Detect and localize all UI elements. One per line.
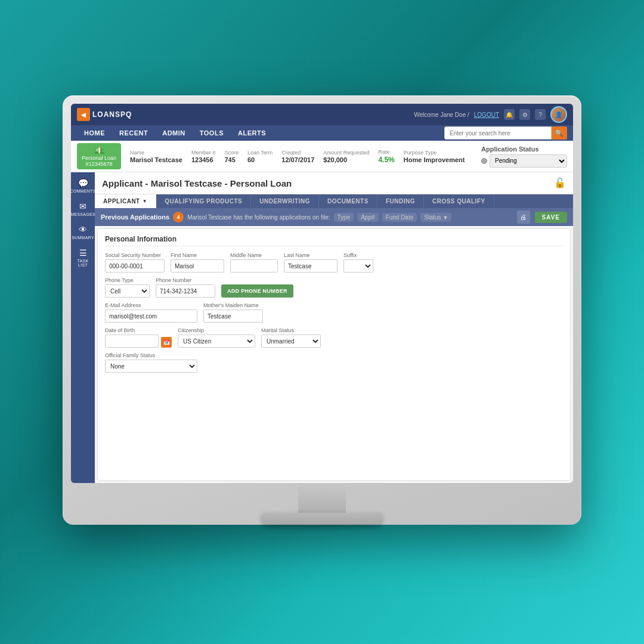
score-value: 745 bbox=[224, 156, 239, 163]
loan-rate-field: Rate 4.5% bbox=[378, 149, 394, 164]
dob-input[interactable] bbox=[105, 335, 159, 348]
firstname-input[interactable] bbox=[171, 259, 224, 273]
form-row-dob: Date of Birth 📅 Citizenship US Citizen bbox=[105, 327, 563, 348]
suffix-group: Suffix Jr Sr III bbox=[343, 252, 373, 273]
email-group: E-Mail Address bbox=[105, 302, 197, 323]
familystatus-select[interactable]: None Single Married Widowed bbox=[105, 360, 197, 373]
lock-icon[interactable]: 🔓 bbox=[554, 177, 566, 189]
form-row-family: Official Family Status None Single Marri… bbox=[105, 352, 563, 373]
sidebar-item-summary[interactable]: 👁 SUMMARY bbox=[72, 221, 94, 243]
avatar: 👤 bbox=[550, 106, 567, 123]
phonenumber-label: Phone Number bbox=[156, 277, 215, 283]
sidebar-item-messages[interactable]: ✉ MESSAGES bbox=[72, 198, 94, 220]
monitor-shell: ◀ LOANSPQ Welcome Jane Doe / LOGOUT 🔔 ⚙ … bbox=[63, 95, 581, 525]
help-icon[interactable]: ? bbox=[535, 109, 546, 120]
score-label: Score bbox=[224, 150, 239, 156]
member-label: Member # bbox=[191, 150, 216, 156]
created-value: 12/07/2017 bbox=[281, 156, 314, 163]
tab-crossqualify[interactable]: CROSS QUALIFY bbox=[424, 194, 494, 208]
app-container: ◀ LOANSPQ Welcome Jane Doe / LOGOUT 🔔 ⚙ … bbox=[71, 104, 573, 483]
term-value: 60 bbox=[247, 156, 273, 163]
section-title: Personal Information bbox=[105, 235, 563, 246]
sidebar-item-comments[interactable]: 💬 COMMENTS bbox=[72, 175, 94, 197]
middlename-group: Middle Name bbox=[230, 252, 278, 273]
nav-home[interactable]: HOME bbox=[77, 125, 112, 141]
comments-label: COMMENTS bbox=[71, 189, 96, 193]
print-icon[interactable]: 🖨 bbox=[517, 210, 530, 224]
amount-value: $20,000 bbox=[323, 156, 369, 163]
amount-label: Amount Requested bbox=[323, 150, 369, 156]
loan-score-field: Score 745 bbox=[224, 150, 239, 163]
name-value: Marisol Testcase bbox=[130, 156, 182, 163]
phonetype-select[interactable]: Cell Home Work bbox=[105, 284, 150, 298]
loan-type: Personal Loan bbox=[82, 155, 116, 161]
addphone-group: ADD PHONE NUMBER bbox=[221, 284, 293, 298]
logout-link[interactable]: LOGOUT bbox=[474, 112, 499, 118]
marital-select[interactable]: Unmarried Married Separated Divorced bbox=[261, 335, 321, 348]
familystatus-label: Official Family Status bbox=[105, 352, 197, 358]
loan-name-field: Name Marisol Testcase bbox=[130, 150, 182, 163]
prev-apps-info: Previous Applications 4 Marisol Testcase… bbox=[101, 212, 451, 222]
phonetype-group: Phone Type Cell Home Work bbox=[105, 277, 150, 298]
created-label: Created bbox=[281, 150, 314, 156]
save-button[interactable]: SAVE bbox=[535, 212, 568, 223]
form-row-name: Social Security Number First Name Middle… bbox=[105, 252, 563, 273]
sort-appnum[interactable]: App# bbox=[357, 213, 378, 222]
tab-funding[interactable]: FUNDING bbox=[377, 194, 424, 208]
main-content: Applicant - Marisol Testcase - Personal … bbox=[95, 172, 573, 483]
firstname-group: First Name bbox=[171, 252, 224, 273]
name-label: Name bbox=[130, 150, 182, 156]
maiden-input[interactable] bbox=[203, 309, 263, 323]
tab-documents[interactable]: DOCUMENTS bbox=[319, 194, 377, 208]
sort-status[interactable]: Status ▼ bbox=[420, 213, 451, 222]
logo-text: LOANSPQ bbox=[92, 110, 132, 119]
ssn-label: Social Security Number bbox=[105, 252, 165, 258]
term-label: Loan Term bbox=[247, 150, 273, 156]
left-sidebar: 💬 COMMENTS ✉ MESSAGES 👁 SUMMARY ☰ TASK L… bbox=[71, 172, 95, 483]
gear-icon[interactable]: ⚙ bbox=[519, 109, 530, 120]
loan-purpose-field: Purpose Type Home Improvement bbox=[404, 150, 465, 163]
ssn-group: Social Security Number bbox=[105, 252, 165, 273]
prev-apps-label: Previous Applications bbox=[101, 213, 169, 221]
loan-member-field: Member # 123456 bbox=[191, 150, 216, 163]
middlename-label: Middle Name bbox=[230, 252, 278, 258]
citizenship-select[interactable]: US Citizen Permanent Resident Non-Reside… bbox=[178, 335, 255, 348]
search-button[interactable]: 🔍 bbox=[552, 126, 567, 140]
tab-applicant[interactable]: APPLICANT ▼ bbox=[95, 194, 156, 208]
email-input[interactable] bbox=[105, 309, 197, 323]
sort-type[interactable]: Type bbox=[334, 213, 354, 222]
summary-label: SUMMARY bbox=[72, 236, 94, 240]
lastname-input[interactable] bbox=[284, 259, 338, 273]
status-select[interactable]: Pending Approved Declined In Review bbox=[490, 154, 567, 168]
money-icon: 💵 bbox=[94, 145, 104, 155]
page-title-area: Applicant - Marisol Testcase - Personal … bbox=[95, 172, 573, 194]
nav-recent[interactable]: RECENT bbox=[112, 125, 155, 141]
ssn-input[interactable] bbox=[105, 259, 165, 273]
applicant-dropdown-icon: ▼ bbox=[143, 199, 147, 204]
app-status-label: Application Status bbox=[481, 145, 567, 153]
toolbar: Previous Applications 4 Marisol Testcase… bbox=[95, 208, 573, 226]
suffix-select[interactable]: Jr Sr III bbox=[343, 259, 373, 273]
bell-icon[interactable]: 🔔 bbox=[504, 109, 515, 120]
nav-alerts[interactable]: ALERTS bbox=[231, 125, 273, 141]
marital-group: Marital Status Unmarried Married Separat… bbox=[261, 327, 321, 348]
monitor-screen: ◀ LOANSPQ Welcome Jane Doe / LOGOUT 🔔 ⚙ … bbox=[71, 104, 573, 483]
search-input[interactable] bbox=[444, 126, 552, 140]
nav-bar: HOME RECENT ADMIN TOOLS ALERTS 🔍 bbox=[71, 125, 573, 141]
form-area: Personal Information Social Security Num… bbox=[97, 228, 571, 481]
tabs-bar: APPLICANT ▼ QUALIFYING PRODUCTS UNDERWRI… bbox=[95, 194, 573, 208]
tab-qualifying[interactable]: QUALIFYING PRODUCTS bbox=[156, 194, 251, 208]
phonenumber-input[interactable] bbox=[156, 284, 215, 298]
familystatus-group: Official Family Status None Single Marri… bbox=[105, 352, 197, 373]
app-status-panel: Application Status Pending Approved Decl… bbox=[481, 145, 567, 168]
middlename-input[interactable] bbox=[230, 259, 278, 273]
tasklist-icon: ☰ bbox=[79, 248, 87, 258]
tab-underwriting[interactable]: UNDERWRITING bbox=[251, 194, 319, 208]
nav-admin[interactable]: ADMIN bbox=[155, 125, 193, 141]
nav-tools[interactable]: TOOLS bbox=[193, 125, 231, 141]
add-phone-button[interactable]: ADD PHONE NUMBER bbox=[221, 284, 293, 298]
calendar-icon[interactable]: 📅 bbox=[161, 337, 172, 348]
form-row-email: E-Mail Address Mother's Maiden Name bbox=[105, 302, 563, 323]
sort-funddate[interactable]: Fund Date bbox=[382, 213, 417, 222]
sidebar-item-tasklist[interactable]: ☰ TASK LIST bbox=[72, 244, 94, 271]
